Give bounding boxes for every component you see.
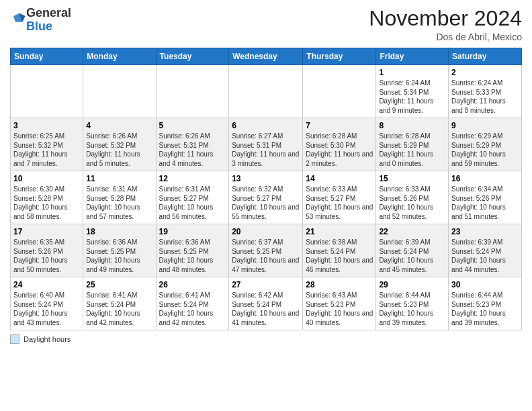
day-number: 14 <box>306 174 373 183</box>
day-info: Sunrise: 6:39 AM Sunset: 5:24 PM Dayligh… <box>379 238 445 274</box>
day-number: 13 <box>232 174 300 183</box>
logo: General Blue <box>10 7 71 34</box>
week-row-3: 10Sunrise: 6:30 AM Sunset: 5:28 PM Dayli… <box>11 171 522 224</box>
day-cell: 5Sunrise: 6:26 AM Sunset: 5:31 PM Daylig… <box>156 118 229 171</box>
day-cell <box>303 65 376 118</box>
day-number: 15 <box>379 174 445 183</box>
weekday-header-friday: Friday <box>376 48 449 65</box>
day-cell: 4Sunrise: 6:26 AM Sunset: 5:32 PM Daylig… <box>83 118 156 171</box>
day-number: 6 <box>232 121 300 130</box>
weekday-header-saturday: Saturday <box>449 48 522 65</box>
day-info: Sunrise: 6:30 AM Sunset: 5:28 PM Dayligh… <box>13 185 80 221</box>
day-info: Sunrise: 6:38 AM Sunset: 5:24 PM Dayligh… <box>306 238 373 274</box>
day-info: Sunrise: 6:27 AM Sunset: 5:31 PM Dayligh… <box>232 132 300 168</box>
day-number: 24 <box>13 280 80 289</box>
calendar: SundayMondayTuesdayWednesdayThursdayFrid… <box>10 48 522 330</box>
day-cell: 9Sunrise: 6:29 AM Sunset: 5:29 PM Daylig… <box>449 118 522 171</box>
day-info: Sunrise: 6:36 AM Sunset: 5:25 PM Dayligh… <box>159 238 226 274</box>
day-info: Sunrise: 6:42 AM Sunset: 5:24 PM Dayligh… <box>232 291 300 327</box>
day-info: Sunrise: 6:28 AM Sunset: 5:30 PM Dayligh… <box>306 132 373 168</box>
day-cell: 20Sunrise: 6:37 AM Sunset: 5:25 PM Dayli… <box>229 224 303 277</box>
day-info: Sunrise: 6:44 AM Sunset: 5:23 PM Dayligh… <box>451 291 519 327</box>
day-number: 26 <box>159 280 226 289</box>
day-info: Sunrise: 6:24 AM Sunset: 5:33 PM Dayligh… <box>451 79 519 115</box>
day-cell: 28Sunrise: 6:43 AM Sunset: 5:23 PM Dayli… <box>303 277 376 330</box>
day-cell: 27Sunrise: 6:42 AM Sunset: 5:24 PM Dayli… <box>229 277 303 330</box>
day-number: 22 <box>379 227 445 236</box>
day-cell: 2Sunrise: 6:24 AM Sunset: 5:33 PM Daylig… <box>449 65 522 118</box>
day-number: 27 <box>232 280 300 289</box>
day-info: Sunrise: 6:37 AM Sunset: 5:25 PM Dayligh… <box>232 238 300 274</box>
day-number: 5 <box>159 121 226 130</box>
day-cell: 11Sunrise: 6:31 AM Sunset: 5:28 PM Dayli… <box>83 171 156 224</box>
page: General Blue November 2024 Dos de Abril,… <box>0 0 532 411</box>
day-number: 4 <box>86 121 152 130</box>
day-cell: 8Sunrise: 6:28 AM Sunset: 5:29 PM Daylig… <box>376 118 449 171</box>
day-cell <box>83 65 156 118</box>
day-info: Sunrise: 6:28 AM Sunset: 5:29 PM Dayligh… <box>379 132 445 168</box>
day-cell: 18Sunrise: 6:36 AM Sunset: 5:25 PM Dayli… <box>83 224 156 277</box>
day-number: 1 <box>379 68 445 77</box>
day-cell: 24Sunrise: 6:40 AM Sunset: 5:24 PM Dayli… <box>11 277 83 330</box>
legend-text: Daylight hours <box>24 335 71 343</box>
day-number: 19 <box>159 227 226 236</box>
day-info: Sunrise: 6:31 AM Sunset: 5:28 PM Dayligh… <box>86 185 152 221</box>
day-cell <box>156 65 229 118</box>
day-number: 23 <box>451 227 519 236</box>
day-number: 20 <box>232 227 300 236</box>
header: General Blue November 2024 Dos de Abril,… <box>10 7 522 42</box>
location: Dos de Abril, Mexico <box>369 32 522 42</box>
day-cell: 10Sunrise: 6:30 AM Sunset: 5:28 PM Dayli… <box>11 171 83 224</box>
day-info: Sunrise: 6:44 AM Sunset: 5:23 PM Dayligh… <box>379 291 445 327</box>
day-cell: 17Sunrise: 6:35 AM Sunset: 5:26 PM Dayli… <box>11 224 83 277</box>
day-cell: 16Sunrise: 6:34 AM Sunset: 5:26 PM Dayli… <box>449 171 522 224</box>
day-cell: 1Sunrise: 6:24 AM Sunset: 5:34 PM Daylig… <box>376 65 449 118</box>
day-cell: 12Sunrise: 6:31 AM Sunset: 5:27 PM Dayli… <box>156 171 229 224</box>
weekday-header-tuesday: Tuesday <box>156 48 229 65</box>
day-number: 9 <box>451 121 519 130</box>
day-number: 17 <box>13 227 80 236</box>
day-info: Sunrise: 6:33 AM Sunset: 5:26 PM Dayligh… <box>379 185 445 221</box>
day-info: Sunrise: 6:40 AM Sunset: 5:24 PM Dayligh… <box>13 291 80 327</box>
weekday-header-thursday: Thursday <box>303 48 376 65</box>
day-number: 29 <box>379 280 445 289</box>
day-number: 8 <box>379 121 445 130</box>
day-cell: 30Sunrise: 6:44 AM Sunset: 5:23 PM Dayli… <box>449 277 522 330</box>
month-title: November 2024 <box>369 7 522 30</box>
logo-general: General <box>26 6 71 19</box>
day-info: Sunrise: 6:39 AM Sunset: 5:24 PM Dayligh… <box>451 238 519 274</box>
day-cell: 29Sunrise: 6:44 AM Sunset: 5:23 PM Dayli… <box>376 277 449 330</box>
day-cell: 7Sunrise: 6:28 AM Sunset: 5:30 PM Daylig… <box>303 118 376 171</box>
day-info: Sunrise: 6:41 AM Sunset: 5:24 PM Dayligh… <box>86 291 152 327</box>
weekday-header-wednesday: Wednesday <box>229 48 303 65</box>
day-cell: 19Sunrise: 6:36 AM Sunset: 5:25 PM Dayli… <box>156 224 229 277</box>
week-row-5: 24Sunrise: 6:40 AM Sunset: 5:24 PM Dayli… <box>11 277 522 330</box>
weekday-header-monday: Monday <box>83 48 156 65</box>
day-cell: 23Sunrise: 6:39 AM Sunset: 5:24 PM Dayli… <box>449 224 522 277</box>
day-info: Sunrise: 6:26 AM Sunset: 5:31 PM Dayligh… <box>159 132 226 168</box>
day-info: Sunrise: 6:36 AM Sunset: 5:25 PM Dayligh… <box>86 238 152 274</box>
day-number: 25 <box>86 280 152 289</box>
logo-text: General Blue <box>26 7 71 34</box>
day-cell: 21Sunrise: 6:38 AM Sunset: 5:24 PM Dayli… <box>303 224 376 277</box>
day-number: 12 <box>159 174 226 183</box>
day-cell: 14Sunrise: 6:33 AM Sunset: 5:27 PM Dayli… <box>303 171 376 224</box>
week-row-1: 1Sunrise: 6:24 AM Sunset: 5:34 PM Daylig… <box>11 65 522 118</box>
day-number: 3 <box>13 121 80 130</box>
day-info: Sunrise: 6:41 AM Sunset: 5:24 PM Dayligh… <box>159 291 226 327</box>
day-cell <box>11 65 83 118</box>
day-cell: 13Sunrise: 6:32 AM Sunset: 5:27 PM Dayli… <box>229 171 303 224</box>
day-info: Sunrise: 6:25 AM Sunset: 5:32 PM Dayligh… <box>13 132 80 168</box>
day-cell: 26Sunrise: 6:41 AM Sunset: 5:24 PM Dayli… <box>156 277 229 330</box>
day-number: 18 <box>86 227 152 236</box>
day-cell: 25Sunrise: 6:41 AM Sunset: 5:24 PM Dayli… <box>83 277 156 330</box>
day-number: 10 <box>13 174 80 183</box>
day-number: 11 <box>86 174 152 183</box>
logo-blue: Blue <box>26 19 52 33</box>
day-info: Sunrise: 6:26 AM Sunset: 5:32 PM Dayligh… <box>86 132 152 168</box>
week-row-2: 3Sunrise: 6:25 AM Sunset: 5:32 PM Daylig… <box>11 118 522 171</box>
day-info: Sunrise: 6:29 AM Sunset: 5:29 PM Dayligh… <box>451 132 519 168</box>
day-number: 7 <box>306 121 373 130</box>
day-number: 21 <box>306 227 373 236</box>
day-cell: 15Sunrise: 6:33 AM Sunset: 5:26 PM Dayli… <box>376 171 449 224</box>
